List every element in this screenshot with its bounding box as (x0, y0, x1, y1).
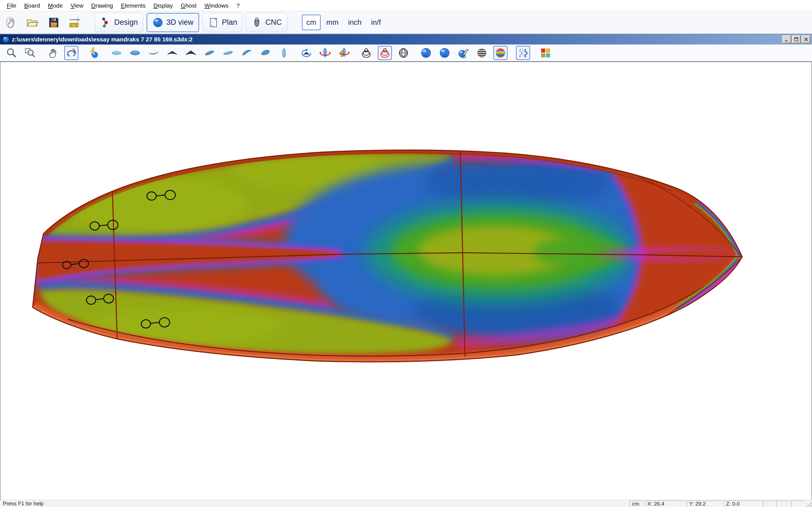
status-unit: cm (629, 501, 644, 507)
resize-grip[interactable] (805, 501, 812, 507)
cnc-label: CNC (265, 18, 282, 27)
view-perspective-1-button[interactable] (240, 46, 254, 60)
menu-item-elements[interactable]: Elements (117, 2, 150, 9)
document-title: z:\users\dennery\downloads\essay mandrak… (12, 36, 782, 43)
menu-item-mode[interactable]: Mode (44, 2, 67, 9)
rotate-free-button[interactable] (299, 46, 313, 60)
board-persp1-icon (241, 47, 253, 59)
rendering-button[interactable] (87, 46, 101, 60)
rotate-vertical-button[interactable] (337, 46, 351, 60)
menu-item-file[interactable]: File (3, 2, 20, 9)
board-3d-canvas[interactable] (0, 61, 812, 500)
symmetry-button[interactable] (516, 46, 530, 60)
display-smooth-button[interactable] (438, 46, 452, 60)
maximize-button[interactable] (792, 36, 801, 43)
board-top-icon (110, 47, 122, 59)
toolbar-group (359, 46, 410, 60)
unit-mm[interactable]: mm (322, 15, 342, 30)
document-window: z:\users\dennery\downloads\essay mandrak… (0, 34, 812, 500)
view-tilt-left-button[interactable] (202, 46, 216, 60)
3d-view-mode-button[interactable]: 3D view (147, 13, 199, 32)
mode-buttons: Design3D viewPlanCNC (95, 13, 287, 32)
unit-cm[interactable]: cm (302, 15, 321, 30)
menu-item-?[interactable]: ? (232, 2, 244, 9)
status-empty-cell (792, 501, 804, 507)
rotate-horizontal-button[interactable] (318, 46, 332, 60)
design-mode-button[interactable]: Design (95, 13, 143, 32)
plan-mode-button[interactable]: Plan (202, 13, 243, 32)
view-back-button[interactable] (184, 46, 198, 60)
display-design-curves-button[interactable] (378, 46, 392, 60)
board-tilt1-icon (204, 47, 215, 59)
document-titlebar[interactable]: z:\users\dennery\downloads\essay mandrak… (0, 34, 812, 45)
display-stripes-button[interactable] (475, 46, 489, 60)
display-painted-button[interactable] (456, 46, 470, 60)
menu-item-drawing[interactable]: Drawing (87, 2, 117, 9)
view-rocker-button[interactable] (147, 46, 161, 60)
wireframe-icon (360, 47, 372, 59)
toolbar-group (419, 46, 507, 60)
toolbar-group (87, 46, 101, 60)
measure-icon: 10 (68, 16, 82, 29)
cnc-mode-button[interactable]: CNC (246, 13, 287, 32)
new-board-button[interactable] (4, 15, 17, 31)
status-empty-cell (776, 501, 790, 507)
sphere-icon (420, 47, 432, 59)
design-icon (100, 17, 111, 28)
color-settings-button[interactable] (539, 46, 553, 60)
rotate-updown-icon (338, 47, 350, 59)
toolbar-group (109, 46, 291, 60)
main-toolbar: 10 Design3D viewPlanCNC cmmminchin/f (0, 11, 812, 34)
unit-inch[interactable]: inch (344, 15, 366, 30)
surfboard-3d-view (1, 62, 811, 500)
menu-bar: FileBoardModeViewDrawingElementsDisplayG… (0, 0, 812, 11)
display-wireframe-button[interactable] (359, 46, 373, 60)
status-help-text: Press F1 for help (0, 500, 629, 507)
rainbow-icon (495, 47, 506, 59)
view-side-button[interactable] (277, 46, 291, 60)
display-curvature-map-button[interactable] (493, 46, 507, 60)
open-icon (26, 16, 39, 29)
rotate-object-icon (301, 47, 312, 59)
view-perspective-2-button[interactable] (258, 46, 272, 60)
maximize-icon (794, 37, 800, 42)
application-window: FileBoardModeViewDrawingElementsDisplayG… (0, 0, 812, 507)
pan-button[interactable] (46, 46, 60, 60)
status-z-coordinate: Z: 0.0 (723, 501, 762, 507)
menu-item-display[interactable]: Display (149, 2, 177, 9)
close-icon (803, 37, 809, 42)
menu-item-windows[interactable]: Windows (200, 2, 232, 9)
zoom-window-button[interactable] (23, 46, 37, 60)
close-button[interactable] (802, 36, 810, 43)
menu-item-ghost[interactable]: Ghost (177, 2, 200, 9)
cnc-icon (251, 17, 262, 28)
save-button[interactable] (47, 15, 60, 31)
svg-text:1: 1 (71, 24, 72, 27)
pan-icon (47, 47, 59, 59)
zoom-button[interactable] (4, 46, 18, 60)
display-mesh-button[interactable] (396, 46, 410, 60)
view-top-button[interactable] (109, 46, 123, 60)
status-y-coordinate: Y: 29.2 (687, 501, 722, 507)
toolbar-group (539, 46, 553, 60)
rotate-view-button[interactable] (64, 46, 79, 60)
unit-selector: cmmminchin/f (302, 15, 385, 30)
measurements-button[interactable]: 10 (68, 15, 82, 31)
open-button[interactable] (26, 15, 39, 31)
stripes-icon (476, 47, 488, 59)
rotate-flip-icon (319, 47, 331, 59)
paint-icon (457, 47, 469, 59)
menu-item-board[interactable]: Board (20, 2, 44, 9)
view-bottom-button[interactable] (128, 46, 142, 60)
view-tilt-right-button[interactable] (221, 46, 235, 60)
view-front-button[interactable] (165, 46, 179, 60)
zoom-window-icon (24, 47, 36, 59)
view-toolbar (0, 45, 812, 61)
display-solid-button[interactable] (419, 46, 433, 60)
minimize-button[interactable] (782, 36, 791, 43)
file-tools: 10 (0, 15, 87, 31)
unit-in-f[interactable]: in/f (367, 15, 385, 30)
menu-item-view[interactable]: View (66, 2, 87, 9)
save-icon (47, 16, 60, 29)
board-side-icon (278, 47, 290, 59)
